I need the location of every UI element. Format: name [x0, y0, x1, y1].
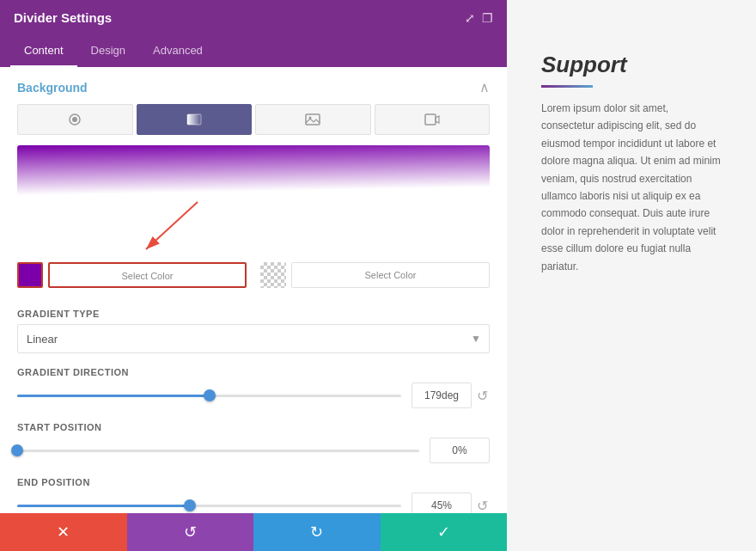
background-section-header: Background ∧	[0, 67, 507, 104]
panel-body: Background ∧	[0, 67, 507, 513]
gradient-direction-input[interactable]	[412, 383, 472, 408]
svg-rect-5	[425, 114, 436, 125]
gradient-direction-row: Gradient Direction ↺	[0, 360, 507, 415]
start-position-track-bg	[17, 450, 419, 452]
save-icon: ✓	[437, 523, 450, 542]
start-position-slider-container	[17, 438, 490, 463]
svg-point-1	[72, 117, 77, 122]
cancel-icon: ✕	[57, 523, 70, 542]
expand-icon[interactable]: ⤢	[465, 11, 475, 25]
end-position-track[interactable]	[17, 497, 401, 513]
bg-type-tabs	[0, 104, 507, 145]
panel-tabs: Content Design Advanced	[0, 35, 507, 67]
color-stop-2: Select Color	[260, 262, 490, 288]
end-position-slider-container: ↺	[17, 493, 490, 513]
header-icons: ⤢ ❐	[465, 11, 493, 25]
support-title: Support	[541, 52, 722, 78]
gradient-direction-label: Gradient Direction	[17, 367, 490, 377]
gradient-type-label: Gradient Type	[17, 309, 490, 319]
gradient-direction-fill	[17, 395, 210, 397]
gradient-direction-track-bg	[17, 395, 401, 397]
gradient-direction-input-wrapper: ↺	[412, 383, 490, 408]
content-area: Support Lorem ipsum dolor sit amet, cons…	[507, 0, 756, 551]
gradient-type-select[interactable]: Linear Radial	[17, 324, 490, 353]
gradient-preview	[17, 145, 490, 248]
select-color-2-button[interactable]: Select Color	[291, 262, 490, 288]
gradient-direction-reset-icon[interactable]: ↺	[475, 386, 490, 406]
image-icon	[305, 112, 320, 127]
redo-button[interactable]: ↻	[253, 513, 381, 551]
gradient-direction-track[interactable]	[17, 387, 401, 404]
tab-design[interactable]: Design	[77, 35, 139, 67]
settings-panel: Divider Settings ⤢ ❐ Content Design Adva…	[0, 0, 507, 551]
gradient-type-row: Gradient Type Linear Radial ▼	[0, 302, 507, 360]
gradient-icon	[186, 112, 202, 127]
svg-rect-3	[306, 114, 320, 125]
bottom-toolbar: ✕ ↺ ↻ ✓	[0, 513, 507, 551]
undo-button[interactable]: ↺	[127, 513, 254, 551]
support-body: Lorem ipsum dolor sit amet, consectetur …	[541, 100, 722, 275]
gradient-direction-thumb[interactable]	[204, 389, 216, 401]
resize-icon[interactable]: ❐	[482, 11, 493, 25]
end-position-input[interactable]	[412, 493, 472, 513]
end-position-reset-icon[interactable]: ↺	[475, 496, 490, 514]
support-divider	[541, 85, 593, 88]
end-position-input-wrapper: ↺	[412, 493, 490, 513]
video-icon	[424, 112, 440, 127]
bg-tab-image[interactable]	[255, 104, 371, 135]
bg-tab-gradient[interactable]	[137, 104, 253, 135]
start-position-label: Start Position	[17, 422, 490, 432]
tab-content[interactable]: Content	[10, 35, 77, 67]
bg-tab-video[interactable]	[375, 104, 491, 135]
end-position-fill	[17, 505, 190, 507]
background-section-title: Background	[17, 81, 88, 95]
save-button[interactable]: ✓	[381, 513, 508, 551]
color-fill-icon	[67, 112, 82, 127]
background-section: Background ∧	[0, 67, 507, 513]
support-widget: Support Lorem ipsum dolor sit amet, cons…	[541, 52, 722, 275]
end-position-track-bg	[17, 505, 401, 507]
end-position-label: End Position	[17, 477, 490, 487]
panel-header: Divider Settings ⤢ ❐	[0, 0, 507, 35]
color-swatch-1[interactable]	[17, 262, 43, 288]
color-stops: Select Color Select Color	[0, 262, 507, 302]
gradient-direction-slider-container: ↺	[17, 383, 490, 408]
start-position-input-wrapper	[430, 438, 490, 463]
redo-icon: ↻	[310, 523, 323, 542]
bg-tab-color[interactable]	[17, 104, 133, 135]
svg-rect-2	[187, 114, 201, 125]
cancel-button[interactable]: ✕	[0, 513, 127, 551]
color-swatch-2[interactable]	[260, 262, 286, 288]
background-collapse-icon[interactable]: ∧	[479, 79, 490, 95]
end-position-row: End Position ↺	[0, 470, 507, 513]
end-position-thumb[interactable]	[184, 499, 196, 511]
color-stop-1: Select Color	[17, 262, 247, 288]
panel-title: Divider Settings	[14, 10, 112, 25]
start-position-row: Start Position	[0, 415, 507, 470]
undo-icon: ↺	[184, 523, 197, 542]
start-position-thumb[interactable]	[11, 444, 23, 456]
start-position-track[interactable]	[17, 442, 419, 459]
tab-advanced[interactable]: Advanced	[139, 35, 216, 67]
color-stops-container: Select Color Select Color	[0, 262, 507, 302]
select-color-1-button[interactable]: Select Color	[48, 262, 247, 288]
gradient-type-select-wrapper: Linear Radial ▼	[17, 324, 490, 353]
start-position-input[interactable]	[430, 438, 490, 463]
